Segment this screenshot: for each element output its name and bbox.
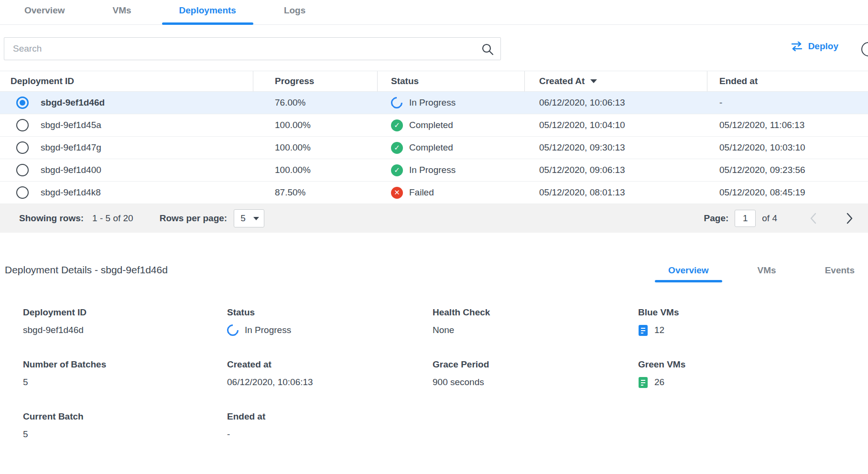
details-tab-vms[interactable]: VMs: [755, 265, 779, 282]
radio-selected[interactable]: [16, 97, 29, 109]
deploy-button-label: Deploy: [808, 41, 838, 52]
field-status: Status In Progress: [227, 307, 433, 336]
status-cell: Completed: [409, 142, 453, 153]
tab-vms[interactable]: VMs: [110, 5, 134, 24]
created-at-cell: 05/12/2020, 09:06:13: [539, 165, 625, 175]
showing-rows-label: Showing rows:: [19, 213, 84, 224]
progress-cell: 100.00%: [275, 165, 311, 175]
field-created-at: Created at 06/12/2020, 10:06:13: [227, 359, 433, 388]
table-row[interactable]: sbgd-9ef1d400 100.00% In Progress 05/12/…: [0, 159, 868, 182]
radio-unselected[interactable]: [16, 164, 29, 176]
previous-page-chevron-icon[interactable]: [805, 210, 821, 226]
field-deployment-id: Deployment ID sbgd-9ef1d46d: [23, 307, 227, 336]
table-footer: Showing rows: 1 - 5 of 20 Rows per page:…: [0, 204, 868, 233]
chevron-down-icon: [253, 217, 259, 220]
table-row[interactable]: sbgd-9ef1d46d 76.00% In Progress 06/12/2…: [0, 92, 868, 114]
rows-per-page-select[interactable]: 5: [234, 209, 264, 227]
status-cell: In Progress: [409, 165, 456, 175]
table-row[interactable]: sbgd-9ef1d45a 100.00% Completed 05/12/20…: [0, 114, 868, 137]
toolbar: Deploy: [0, 25, 868, 71]
details-tab-bar: Overview VMs Events: [622, 265, 857, 282]
ended-at-cell: 05/12/2020, 08:45:19: [719, 187, 805, 198]
deployment-id-cell: sbgd-9ef1d46d: [41, 97, 105, 108]
failed-x-icon: [391, 187, 403, 199]
showing-rows-value: 1 - 5 of 20: [92, 213, 133, 224]
progress-cell: 76.00%: [275, 97, 305, 108]
rows-per-page-label: Rows per page:: [160, 213, 227, 224]
details-tab-events[interactable]: Events: [822, 265, 857, 282]
search-input[interactable]: [4, 38, 500, 60]
sort-desc-icon: [590, 79, 597, 83]
column-header-created-at[interactable]: Created At: [525, 71, 707, 91]
next-page-chevron-icon[interactable]: [841, 210, 857, 226]
status-cell: Completed: [409, 120, 453, 130]
deploy-button[interactable]: Deploy: [791, 41, 838, 52]
radio-unselected[interactable]: [16, 141, 29, 154]
ended-at-cell: 05/12/2020, 09:23:56: [719, 165, 805, 175]
deployment-details-section: Deployment Details - sbgd-9ef1d46d Overv…: [0, 264, 868, 441]
table-row[interactable]: sbgd-9ef1d4k8 87.50% Failed 05/12/2020, …: [0, 182, 868, 204]
deployment-id-cell: sbgd-9ef1d47g: [41, 142, 101, 153]
help-icon[interactable]: [861, 42, 868, 56]
field-ended-at: Ended at -: [227, 411, 433, 441]
column-header-deployment-id[interactable]: Deployment ID: [0, 71, 253, 91]
deployment-id-cell: sbgd-9ef1d45a: [41, 120, 101, 130]
ended-at-cell: -: [719, 97, 722, 108]
column-header-progress[interactable]: Progress: [253, 71, 378, 91]
completed-check-icon: [391, 164, 403, 176]
field-number-of-batches: Number of Batches 5: [23, 359, 227, 388]
search-icon: [481, 43, 494, 55]
column-header-status[interactable]: Status: [378, 71, 525, 91]
field-grace-period: Grace Period 900 seconds: [433, 359, 638, 388]
top-tab-bar: Overview VMs Deployments Logs: [0, 0, 868, 25]
status-cell: In Progress: [409, 97, 456, 108]
created-at-cell: 06/12/2020, 10:06:13: [539, 97, 625, 108]
progress-cell: 100.00%: [275, 142, 311, 153]
in-progress-spinner-icon: [389, 95, 405, 111]
tab-logs[interactable]: Logs: [281, 5, 308, 24]
status-cell: Failed: [409, 187, 434, 198]
created-at-cell: 05/12/2020, 10:04:10: [539, 120, 625, 130]
pagination: Page: of 4: [704, 204, 868, 233]
table-row[interactable]: sbgd-9ef1d47g 100.00% Completed 05/12/20…: [0, 137, 868, 159]
radio-unselected[interactable]: [16, 119, 29, 131]
progress-cell: 100.00%: [275, 120, 311, 130]
completed-check-icon: [391, 142, 403, 154]
field-green-vms: Green VMs 26: [638, 359, 868, 388]
vm-blue-icon: [638, 324, 648, 336]
field-health-check: Health Check None: [433, 307, 638, 336]
page-total: of 4: [762, 213, 777, 224]
deploy-swap-icon: [791, 42, 803, 51]
completed-check-icon: [391, 119, 403, 131]
in-progress-spinner-icon: [225, 322, 241, 338]
column-header-ended-at[interactable]: Ended at: [707, 71, 868, 91]
vm-green-icon: [638, 377, 648, 388]
tab-overview[interactable]: Overview: [22, 5, 68, 24]
details-title: Deployment Details - sbgd-9ef1d46d: [5, 264, 168, 282]
details-tab-overview[interactable]: Overview: [665, 265, 712, 282]
page-number-input[interactable]: [735, 210, 756, 227]
progress-cell: 87.50%: [275, 187, 305, 198]
deployments-table: Deployment ID Progress Status Created At…: [0, 71, 868, 233]
details-fields-grid: Deployment ID sbgd-9ef1d46d Status In Pr…: [5, 307, 868, 441]
field-blue-vms: Blue VMs 12: [638, 307, 868, 336]
tab-deployments[interactable]: Deployments: [176, 5, 239, 24]
ended-at-cell: 05/12/2020, 11:06:13: [719, 120, 804, 130]
created-at-cell: 05/12/2020, 09:30:13: [539, 142, 625, 153]
radio-unselected[interactable]: [16, 186, 29, 199]
created-at-cell: 05/12/2020, 08:01:13: [539, 187, 625, 198]
search-box: [4, 37, 501, 60]
field-current-batch: Current Batch 5: [23, 411, 227, 441]
ended-at-cell: 05/12/2020, 10:03:10: [719, 142, 805, 153]
deployment-id-cell: sbgd-9ef1d4k8: [41, 187, 101, 198]
page-label: Page:: [704, 213, 729, 224]
deployment-id-cell: sbgd-9ef1d400: [41, 165, 101, 175]
table-header: Deployment ID Progress Status Created At…: [0, 71, 868, 92]
